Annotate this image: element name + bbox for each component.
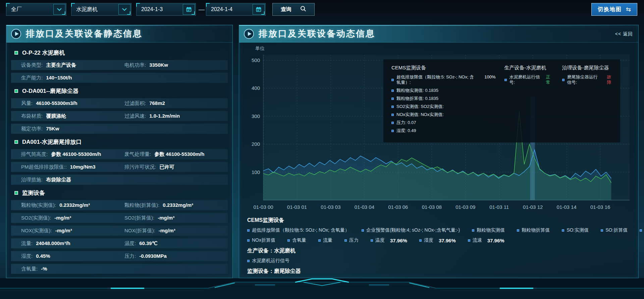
field-value: 参数 46100-55300m/h — [154, 151, 204, 158]
line-chart[interactable]: 10020030040050001-03 0001-03 0101-03 030… — [243, 45, 635, 212]
field-value: 75Kw — [46, 126, 59, 131]
field-value: 3350Kw — [149, 62, 168, 68]
legend-row: 超低排放限值（颗拉物:5: SOz-; NOx; 含氧量）企业预警值(颗粒物:4… — [247, 227, 638, 233]
blue-square-bullet — [517, 229, 519, 232]
info-cell: 湿度:0.45% — [21, 253, 124, 259]
chart-legend: CEMS监测设备超低排放限值（颗拉物:5: SOz-; NOx; 含氧量）企业预… — [239, 212, 638, 284]
legend-item[interactable]: 压力 — [344, 237, 359, 243]
legend-item[interactable]: NOx折算值 — [247, 237, 275, 243]
blue-square-bullet — [247, 260, 250, 262]
legend-group-title: 监测设备：磨尾除尘器 — [247, 268, 638, 275]
info-row: 含氧量:-% — [11, 264, 228, 274]
legend-item[interactable]: SO:实测值 — [562, 227, 589, 233]
date-range-separator: — — [199, 3, 205, 16]
blue-square-bullet — [344, 239, 347, 242]
legend-item[interactable]: 超低排放限值（颗拉物:5: SOz-; NOx; 含氧量） — [247, 227, 350, 233]
legend-item-label: 流量 — [323, 237, 332, 243]
footer-decoration — [0, 278, 644, 299]
date-from-input[interactable]: 2024-1-3 — [136, 3, 196, 16]
blue-square-bullet — [419, 239, 422, 242]
section-title: O-DA001--磨尾除尘器 — [11, 85, 228, 96]
query-button[interactable]: 查询 — [272, 3, 315, 16]
play-circle-icon — [11, 29, 21, 39]
plant-select[interactable]: 全厂 — [6, 3, 66, 16]
calendar-icon[interactable] — [253, 4, 265, 15]
legend-item[interactable]: 流量 — [318, 237, 332, 243]
legend-item[interactable]: 企业预警值(颗粒物:4; sOz-; NOx-;含氧气量:-) — [362, 227, 460, 233]
field-value: 已许可 — [159, 164, 174, 170]
legend-item-label: SO:实测值 — [567, 227, 589, 233]
field-label: 压力: — [124, 253, 136, 259]
field-value: -mg/m³ — [54, 215, 71, 221]
green-square-bullet — [14, 191, 18, 195]
info-cell: 额定功率:75Kw — [21, 126, 124, 132]
dynamic-info-panel: 排放口及关联设备动态信息 << 返回 10020030040050001-03 … — [239, 25, 639, 278]
blue-square-bullet — [472, 229, 474, 232]
blue-square-bullet — [287, 239, 290, 242]
field-value: 0.2332mg/m³ — [59, 202, 90, 208]
info-cell: 温度:60.39℃ — [124, 240, 228, 247]
back-link[interactable]: << 返回 — [615, 31, 633, 37]
legend-row: 水泥磨机运行信号 — [247, 258, 638, 264]
legend-group-title: 生产设备：水泥磨机 — [247, 247, 638, 254]
legend-item-label: NOx折算值 — [252, 237, 275, 243]
legend-item[interactable]: 温度37.96% — [371, 237, 407, 243]
green-square-bullet — [14, 140, 18, 144]
static-panel-header: 排放口及关联设备静态信息 — [6, 25, 232, 43]
field-label: 过滤风速: — [124, 113, 146, 119]
query-button-label: 查询 — [281, 6, 291, 13]
chevron-down-icon[interactable] — [53, 4, 65, 15]
info-row: 流量:24048.000m³/h温度:60.39℃ — [11, 238, 228, 248]
legend-item[interactable]: NOx实测值 — [640, 227, 644, 233]
static-info-panel: 排放口及关联设备静态信息 O-P-22 水泥磨机设备类型:主要生产设备电机功率:… — [6, 25, 233, 278]
info-cell: NOX(折算值):-mg/m³ — [124, 228, 228, 234]
field-label: 治理措施: — [21, 177, 43, 183]
legend-item-label: 颗粒物折算值 — [522, 227, 550, 233]
info-cell: SO2(实测值):-mg/m³ — [21, 215, 124, 221]
legend-item[interactable]: 流速37.96% — [468, 237, 504, 243]
legend-item-label: 水泥磨机运行信号 — [252, 258, 289, 264]
info-cell: 治理措施:布袋除尘器 — [21, 177, 124, 183]
legend-item[interactable]: 湿度37.96% — [419, 237, 456, 243]
field-label: 废气处理量: — [124, 151, 151, 158]
legend-item[interactable]: 水泥磨机运行信号 — [247, 258, 289, 264]
info-row: 湿度:0.45%压力:-0.0930MPa — [11, 251, 228, 261]
dynamic-panel-title: 排放口及关联设备动态信息 — [259, 28, 375, 40]
info-cell: 电机功率:3350Kw — [124, 62, 228, 68]
field-label: 含氧量: — [21, 266, 38, 272]
info-row: 排气筒高度:参数 46100-55300m/h废气处理量:参数 46100-55… — [11, 149, 228, 159]
legend-item[interactable]: 颗粒物实测值 — [472, 227, 505, 233]
legend-item[interactable]: 含氧量 — [287, 237, 306, 243]
blue-square-bullet — [247, 239, 250, 242]
svg-text:01-03 09: 01-03 09 — [455, 204, 475, 210]
section-title: O-P-22 水泥磨机 — [11, 47, 228, 58]
svg-text:400: 400 — [252, 85, 260, 91]
svg-text:01-03 08: 01-03 08 — [422, 204, 442, 210]
svg-text:01-03 03: 01-03 03 — [321, 204, 340, 210]
field-value: 布袋除尘器 — [46, 177, 71, 183]
field-label: 电机功率: — [124, 62, 146, 68]
field-value: 主要生产设备 — [46, 62, 76, 68]
info-cell: 布袋材质:覆膜涤纶 — [21, 113, 124, 119]
trend-chart-area[interactable]: 10020030040050001-03 0001-03 0101-03 030… — [243, 45, 635, 212]
field-label: SO2(实测值): — [21, 215, 51, 221]
blue-square-bullet — [562, 229, 564, 232]
info-cell: 过滤风速:1.0-1.2m/min — [124, 113, 228, 119]
field-value: 0.45% — [36, 253, 50, 259]
info-cell: 废气处理量:参数 46100-55300m/h — [124, 151, 228, 158]
blue-square-bullet — [247, 229, 250, 232]
field-value: -mg/m³ — [159, 228, 175, 233]
switch-map-button[interactable]: 切换地图 ⇆ — [591, 3, 637, 16]
chevron-down-icon[interactable] — [118, 4, 130, 15]
legend-item[interactable]: SO:折算值 — [601, 227, 628, 233]
blue-square-bullet — [318, 239, 321, 242]
info-row: NOX(实测值):-mg/m³NOX(折算值):-mg/m³ — [11, 226, 228, 236]
device-select[interactable]: 水泥磨机 — [71, 3, 131, 16]
legend-item[interactable]: 颗粒物折算值 — [517, 227, 550, 233]
calendar-icon[interactable] — [183, 4, 195, 15]
svg-text:500: 500 — [252, 57, 260, 63]
info-row: 治理措施:布袋除尘器 — [11, 175, 228, 185]
field-label: 生产能力: — [21, 75, 43, 81]
date-to-input[interactable]: 2024-1-4 — [206, 3, 266, 16]
field-label: NOX(实测值): — [21, 228, 52, 234]
